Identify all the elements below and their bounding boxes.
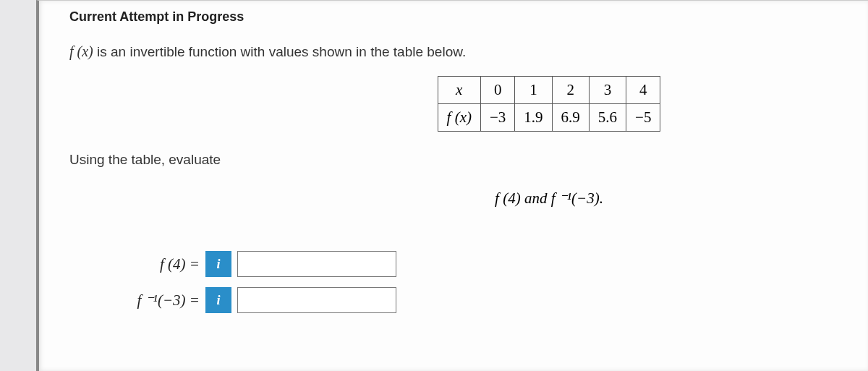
fx-cell: 5.6 — [589, 104, 626, 132]
x-cell: 1 — [515, 77, 552, 104]
fx-symbol: f (x) — [69, 43, 93, 59]
eval-target: f (4) and f ⁻¹(−3). — [69, 189, 848, 208]
fx-cell: −3 — [480, 104, 514, 132]
using-text: Using the table, evaluate — [69, 152, 848, 168]
answer-row-2: f ⁻¹(−3) = i — [113, 287, 848, 313]
function-table: x 0 1 2 3 4 f (x) −3 1.9 6.9 5.6 −5 — [438, 76, 661, 132]
answer-label-f4: f (4) = — [113, 255, 200, 273]
x-cell: 4 — [626, 77, 660, 104]
fx-cell: −5 — [626, 104, 660, 132]
info-icon[interactable]: i — [205, 287, 231, 313]
intro-text: f (x) is an invertible function with val… — [69, 43, 848, 60]
fx-cell: 6.9 — [552, 104, 589, 132]
info-icon[interactable]: i — [205, 251, 231, 277]
x-cell: 3 — [589, 77, 626, 104]
x-cell: 2 — [552, 77, 589, 104]
answer-rows: f (4) = i f ⁻¹(−3) = i — [69, 251, 848, 313]
fx-cell: 1.9 — [515, 104, 552, 132]
answer-label-finverse: f ⁻¹(−3) = — [113, 291, 200, 310]
answer-input-finverse[interactable] — [237, 287, 396, 313]
question-panel: Current Attempt in Progress f (x) is an … — [36, 0, 868, 371]
table-row: x 0 1 2 3 4 — [438, 77, 660, 104]
x-cell: 0 — [480, 77, 514, 104]
table-wrap: x 0 1 2 3 4 f (x) −3 1.9 6.9 5.6 −5 — [69, 76, 848, 132]
x-header: x — [438, 77, 480, 104]
intro-rest: is an invertible function with values sh… — [93, 44, 466, 59]
content-area: Current Attempt in Progress f (x) is an … — [39, 1, 868, 322]
answer-row-1: f (4) = i — [113, 251, 848, 277]
table-row: f (x) −3 1.9 6.9 5.6 −5 — [438, 104, 660, 132]
attempt-header: Current Attempt in Progress — [69, 9, 848, 25]
fx-header: f (x) — [438, 104, 480, 132]
answer-input-f4[interactable] — [237, 251, 396, 277]
